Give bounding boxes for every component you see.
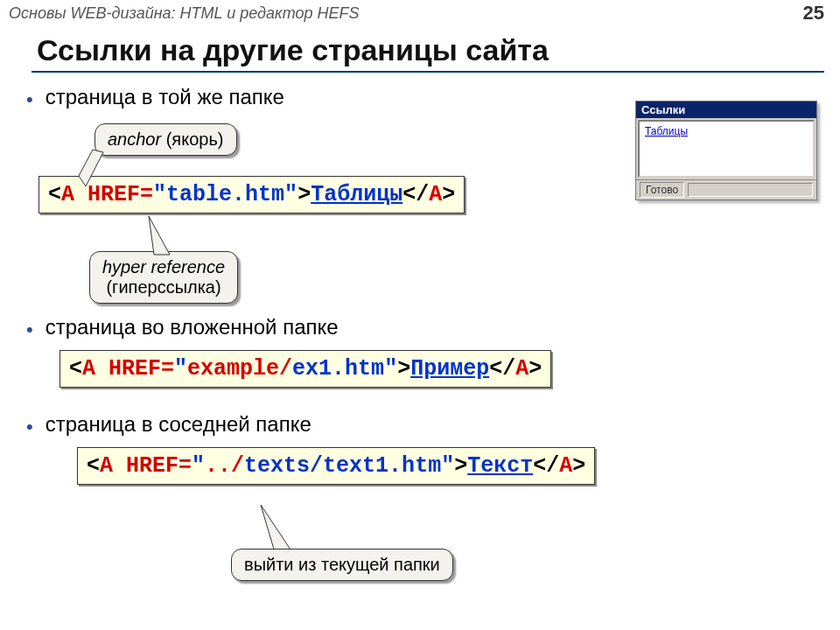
code3-tag-close: A [559,453,572,479]
breadcrumb: Основы WEB-дизайна: HTML и редактор HEFS [9,4,360,23]
preview-status-empty [688,183,813,197]
code1-lts: </ [402,182,429,207]
callout-hyper-l1: hyper reference [102,257,225,276]
code1-gte: > [442,182,455,207]
title-underline [32,71,824,73]
code2-gte: > [528,356,542,382]
code3-path-rest: texts/text1.htm [244,453,441,479]
code1-q2: " [284,182,298,207]
callout-anchor-italic: anchor [108,130,161,149]
code1-href-value: table.htm [166,182,284,207]
bullet-sibling-folder: • страница в соседней папке [26,412,824,437]
preview-body: Таблицы [638,120,815,178]
code2-tag-open: A [82,356,95,382]
bullet-text-2: страница во вложенной папке [46,315,339,340]
svg-marker-0 [79,150,103,186]
bullet-dot-icon: • [26,90,33,109]
preview-link[interactable]: Таблицы [645,125,688,137]
bullet-nested-folder: • страница во вложенной папке [26,315,824,340]
code3-link-text: Текст [467,453,533,479]
code2-link-text: Пример [410,356,489,382]
callout-exit: выйти из текущей папки [231,549,453,581]
code2-sp1 [95,356,108,382]
code3-q1: " [192,453,205,479]
svg-marker-2 [261,505,292,552]
page-number: 25 [803,2,824,24]
code1-link-text: Таблицы [311,182,402,207]
slide-title: Ссылки на другие страницы сайта [37,33,824,67]
code1-tag-open: A [61,182,74,207]
bullet-dot-icon: • [26,417,33,437]
code1-lt: < [48,182,61,207]
code2-attr: HREF= [108,356,174,382]
code3-tag-open: A [100,453,113,479]
callout-anchor-pointer-icon [79,150,105,202]
code3-lt: < [87,453,100,479]
code2-path-file: ex1.htm [292,356,384,382]
bullet-text-3: страница в соседней папке [46,412,312,437]
code-example-3: <A HREF="../texts/text1.htm">Текст</A> [77,447,595,485]
browser-preview: Ссылки Таблицы Готово [635,101,817,200]
callout-hyper-pointer-icon [147,216,182,256]
preview-statusbar: Готово [636,179,816,200]
callout-exit-text: выйти из текущей папки [244,555,440,574]
code3-path-prefix: ../ [205,453,244,479]
callout-hyper-l2: (гиперссылка) [106,277,220,297]
code2-lt: < [69,356,82,382]
preview-titlebar: Ссылки [636,102,816,118]
code1-tag-close: A [429,182,442,207]
callout-anchor: anchor (якорь) [94,123,237,156]
code3-gt: > [454,453,467,479]
bullet-text-1: страница в той же папке [46,85,284,109]
code1-q1: " [153,182,166,207]
code3-q2: " [441,453,454,479]
code2-q1: " [174,356,187,382]
callout-hyper: hyper reference (гиперссылка) [89,251,238,304]
code2-q2: " [384,356,397,382]
code3-lts: </ [533,453,559,479]
code2-lts: </ [489,356,515,382]
code2-path-prefix: example/ [187,356,292,382]
preview-status-text: Готово [640,182,684,198]
bullet-dot-icon: • [26,320,33,340]
code2-tag-close: A [515,356,528,382]
code1-gt: > [298,182,311,207]
svg-marker-1 [149,216,170,255]
code3-sp1 [113,453,126,479]
code3-gte: > [572,453,585,479]
code2-gt: > [397,356,410,382]
code-example-2: <A HREF="example/ex1.htm">Пример</A> [60,350,551,388]
code3-attr: HREF= [126,453,192,479]
callout-anchor-ru: (якорь) [161,130,223,149]
